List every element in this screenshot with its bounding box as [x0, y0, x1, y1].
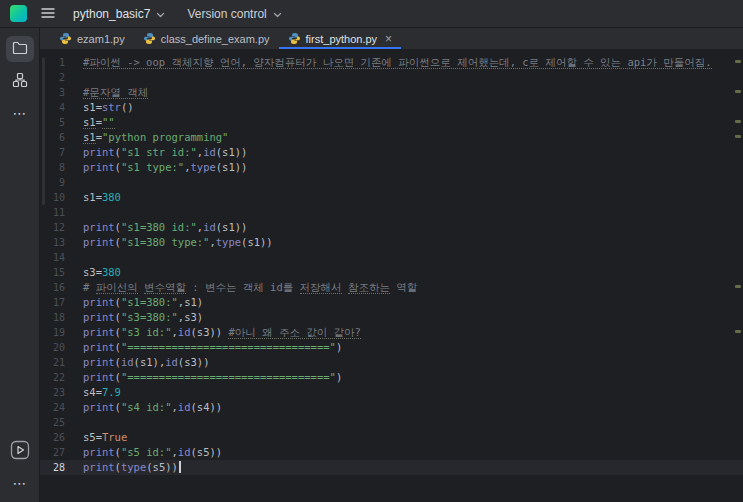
editor[interactable]: 1#파이썬 -> oop 객체지향 언어, 양자컴퓨터가 나오면 기존에 파이썬… [40, 49, 743, 502]
project-tool-button[interactable] [6, 36, 34, 62]
code-text: s5=True [77, 430, 127, 445]
code-line[interactable]: 17print("s1=380:",s1) [40, 295, 743, 310]
code-text: print("s3=380:",s3) [77, 310, 203, 325]
code-line[interactable]: 2 [40, 70, 743, 85]
code-line[interactable]: 7print("s1 str id:",id(s1)) [40, 145, 743, 160]
code-line[interactable]: 18print("s3=380:",s3) [40, 310, 743, 325]
python-icon [143, 32, 156, 45]
more-bottom-button[interactable]: ⋯ [6, 470, 34, 496]
code-text: #문자열 객체 [77, 85, 148, 100]
warning-stripe-mark[interactable] [735, 285, 741, 288]
error-stripe [733, 49, 743, 502]
editor-tab[interactable]: ezam1.py [50, 28, 134, 49]
code-line[interactable]: 1#파이썬 -> oop 객체지향 언어, 양자컴퓨터가 나오면 기존에 파이썬… [40, 55, 743, 70]
code-line[interactable]: 22print("===============================… [40, 370, 743, 385]
line-number[interactable]: 1 [40, 55, 77, 70]
code-text: print("s1 str id:",id(s1)) [77, 145, 247, 160]
line-number[interactable]: 23 [40, 385, 77, 400]
code-line[interactable]: 20print("===============================… [40, 340, 743, 355]
code-line[interactable]: 21print(id(s1),id(s3)) [40, 355, 743, 370]
line-number[interactable]: 9 [40, 175, 77, 190]
code-line[interactable]: 26s5=True [40, 430, 743, 445]
more-tool-windows-button[interactable]: ⋯ [6, 100, 34, 126]
code-line[interactable]: 27print("s5 id:",id(s5)) [40, 445, 743, 460]
line-number[interactable]: 28 [40, 460, 77, 475]
line-number[interactable]: 24 [40, 400, 77, 415]
editor-tab[interactable]: first_python.py× [279, 28, 402, 49]
line-number[interactable]: 5 [40, 115, 77, 130]
line-number[interactable]: 2 [40, 70, 77, 85]
line-number[interactable]: 11 [40, 205, 77, 220]
code-text: s1="python programming" [77, 130, 228, 145]
code-line[interactable]: 28print(type(s5)) [40, 460, 743, 475]
code-line[interactable]: 19print("s3 id:",id(s3)) #아니 왜 주소 값이 같아? [40, 325, 743, 340]
code-line[interactable]: 4s1=str() [40, 100, 743, 115]
chevron-down-icon [156, 7, 165, 21]
code-line[interactable]: 12print("s1=380 id:",id(s1)) [40, 220, 743, 235]
code-line[interactable]: 25 [40, 415, 743, 430]
project-selector[interactable]: python_basic7 [73, 7, 165, 21]
line-number[interactable]: 8 [40, 160, 77, 175]
code-line[interactable]: 14 [40, 250, 743, 265]
editor-column: ezam1.pyclass_define_exam.pyfirst_python… [40, 28, 743, 502]
code-line[interactable]: 5s1="" [40, 115, 743, 130]
line-number[interactable]: 20 [40, 340, 77, 355]
code-line[interactable]: 11 [40, 205, 743, 220]
warning-stripe-mark[interactable] [735, 90, 741, 93]
python-icon [288, 32, 301, 45]
line-number[interactable]: 25 [40, 415, 77, 430]
warning-stripe-mark[interactable] [735, 330, 741, 333]
code-line[interactable]: 9 [40, 175, 743, 190]
more-icon: ⋯ [13, 476, 27, 490]
main-toolbar: python_basic7 Version control [0, 0, 743, 28]
code-line[interactable]: 6s1="python programming" [40, 130, 743, 145]
line-number[interactable]: 22 [40, 370, 77, 385]
code-text: print("s5 id:",id(s5)) [77, 445, 222, 460]
line-number[interactable]: 15 [40, 265, 77, 280]
line-number[interactable]: 4 [40, 100, 77, 115]
code-text: print("s4 id:",id(s4)) [77, 400, 222, 415]
warning-stripe-mark[interactable] [735, 120, 741, 123]
line-number[interactable]: 3 [40, 85, 77, 100]
structure-tool-button[interactable] [6, 68, 34, 94]
line-number[interactable]: 27 [40, 445, 77, 460]
pycharm-window: python_basic7 Version control [0, 0, 743, 502]
line-number[interactable]: 21 [40, 355, 77, 370]
vcs-selector[interactable]: Version control [187, 7, 281, 21]
run-icon [10, 440, 30, 462]
line-number[interactable]: 16 [40, 280, 77, 295]
editor-tab[interactable]: class_define_exam.py [134, 28, 279, 49]
code-text: s3=380 [77, 265, 121, 280]
folder-icon [12, 40, 28, 58]
code-text: print(type(s5)) [77, 460, 181, 475]
line-number[interactable]: 6 [40, 130, 77, 145]
project-name: python_basic7 [73, 7, 150, 21]
code-text: # 파이선의 변수역할 : 변수는 객체 id를 저장해서 참조하는 역할 [77, 280, 417, 295]
code-text: s1=380 [77, 190, 121, 205]
code-line[interactable]: 15s3=380 [40, 265, 743, 280]
main-menu-button[interactable] [41, 5, 55, 23]
code-line[interactable]: 8print("s1 type:",type(s1)) [40, 160, 743, 175]
warning-stripe-mark[interactable] [735, 60, 741, 63]
code-line[interactable]: 13print("s1=380 type:",type(s1)) [40, 235, 743, 250]
line-number[interactable]: 10 [40, 190, 77, 205]
code-line[interactable]: 16# 파이선의 변수역할 : 변수는 객체 id를 저장해서 참조하는 역할 [40, 280, 743, 295]
warning-stripe-mark[interactable] [735, 135, 741, 138]
code-line[interactable]: 23s4=7.9 [40, 385, 743, 400]
line-number[interactable]: 7 [40, 145, 77, 160]
line-number[interactable]: 13 [40, 235, 77, 250]
line-number[interactable]: 14 [40, 250, 77, 265]
line-number[interactable]: 19 [40, 325, 77, 340]
line-number[interactable]: 26 [40, 430, 77, 445]
code-text [77, 175, 83, 190]
line-number[interactable]: 12 [40, 220, 77, 235]
line-number[interactable]: 18 [40, 310, 77, 325]
code-line[interactable]: 3#문자열 객체 [40, 85, 743, 100]
app-logo-icon [10, 5, 27, 22]
line-number[interactable]: 17 [40, 295, 77, 310]
close-icon[interactable]: × [385, 32, 392, 46]
code-text [77, 205, 83, 220]
run-tool-button[interactable] [6, 438, 34, 464]
code-line[interactable]: 10s1=380 [40, 190, 743, 205]
code-line[interactable]: 24print("s4 id:",id(s4)) [40, 400, 743, 415]
